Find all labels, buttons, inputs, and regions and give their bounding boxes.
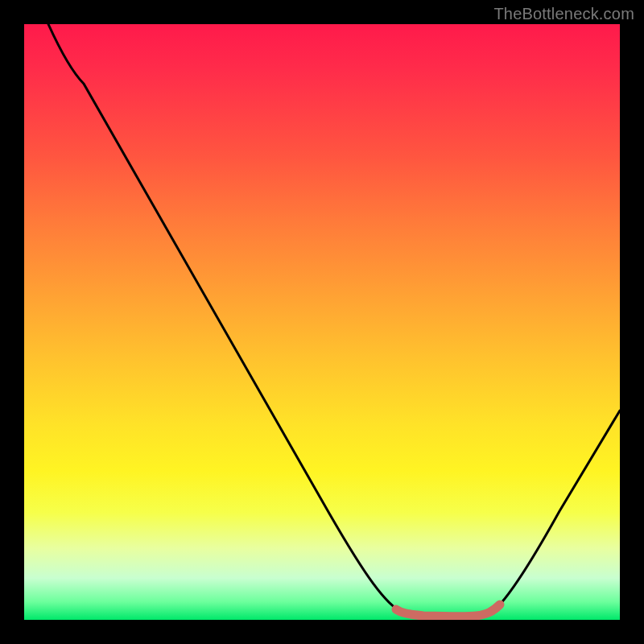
main-curve-line — [48, 24, 620, 617]
watermark-text: TheBottleneck.com — [493, 5, 634, 23]
plot-area — [24, 24, 620, 620]
bottleneck-curve — [24, 24, 620, 620]
chart-frame: TheBottleneck.com — [0, 0, 644, 644]
highlight-segment — [396, 605, 500, 617]
